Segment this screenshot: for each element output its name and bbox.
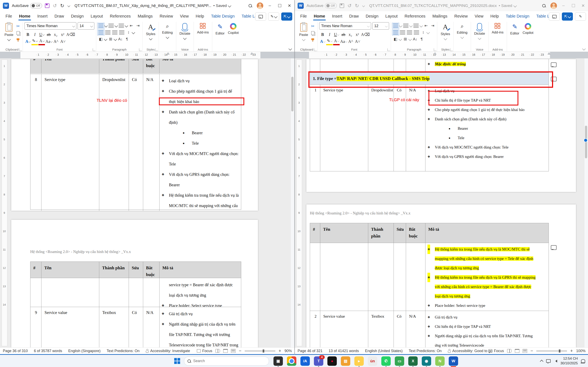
start-button[interactable]: [173, 357, 182, 366]
zoom-percent[interactable]: 90%: [285, 349, 292, 353]
format-painter-button[interactable]: [310, 37, 316, 43]
tab-home[interactable]: Home: [16, 11, 34, 21]
italic-button[interactable]: I: [326, 31, 333, 38]
table[interactable]: #TênThành phầnSửaBắt buộcMô tả 8 Service…: [30, 59, 241, 210]
font-color-button[interactable]: A: [38, 38, 45, 45]
coauthor-presence-indicator[interactable]: [584, 138, 588, 142]
increase-indent-button[interactable]: ⇥: [135, 23, 141, 28]
bullet-item[interactable]: ❖Với dịch vụ MOC/MTC người dùng chọn: Te…: [159, 149, 239, 169]
tray-chevron-icon[interactable]: [540, 360, 543, 363]
clear-formatting-button[interactable]: A⌫: [66, 31, 75, 38]
status-accessibility[interactable]: Accessibility: Good to go: [448, 349, 493, 353]
status-language[interactable]: English (United States): [365, 349, 403, 353]
status-predictions[interactable]: Text Predictions: On: [409, 349, 441, 353]
title-chevron-icon[interactable]: [228, 4, 231, 7]
cell-description[interactable]: ❖Hệ thống kiểm tra trong file nếu dịch v…: [425, 243, 549, 311]
font-size-select[interactable]: 12: [372, 22, 389, 30]
bullet-item[interactable]: ❖Giá trị dịch vụ: [425, 313, 537, 322]
align-left-button[interactable]: [98, 30, 104, 34]
editor-button[interactable]: ✎ Editor: [509, 22, 521, 36]
status-predictions[interactable]: Text Predictions: On: [107, 349, 139, 353]
taskbar-app-cast[interactable]: ▭: [395, 356, 404, 366]
search-input[interactable]: [193, 359, 251, 363]
zoom-percent[interactable]: 100%: [576, 349, 586, 353]
titlebar[interactable]: W AutoSave Off ↺ ↻ QT.VTT.CNTT.01_BM.07_…: [295, 0, 588, 11]
dialog-launcher-icon[interactable]: [139, 48, 142, 51]
strikethrough-button[interactable]: ab: [45, 31, 52, 38]
bullet-item[interactable]: ❖Người dùng nhập giá trị của dịch vụ trê…: [159, 319, 239, 347]
change-case-button[interactable]: Aa: [340, 38, 347, 45]
cell-number[interactable]: 2: [310, 311, 320, 347]
taskbar-app-notepad-plus[interactable]: N: [435, 356, 445, 366]
sub-bullet-item[interactable]: ▪Bearer: [159, 128, 239, 138]
strikethrough-button[interactable]: ab: [340, 31, 346, 38]
subscript-button[interactable]: x₂: [52, 31, 59, 38]
column-header[interactable]: Sửa: [394, 223, 406, 243]
vertical-ruler[interactable]: 1234567891011121314: [295, 58, 303, 347]
dialog-launcher-icon[interactable]: [434, 48, 436, 51]
line-spacing-button[interactable]: ↕: [126, 30, 131, 35]
cell-component[interactable]: Textbox: [99, 307, 129, 347]
close-button[interactable]: [285, 0, 294, 11]
grow-font-button[interactable]: A^: [347, 38, 354, 45]
taskbar-app-word[interactable]: W: [449, 356, 458, 366]
taskbar-app-book[interactable]: ▤: [341, 356, 350, 366]
status-words[interactable]: 13 of 41421 words: [329, 349, 359, 353]
tray-volume-icon[interactable]: [554, 360, 557, 363]
zoom-in-button[interactable]: +: [570, 348, 573, 354]
bullet-item[interactable]: ❖Giá trị dịch vụ: [159, 309, 239, 319]
cell-description[interactable]: service type = Bearer để xác định được l…: [159, 278, 241, 307]
cut-button[interactable]: ✂: [15, 24, 21, 29]
cell-editable[interactable]: Có: [394, 311, 406, 347]
align-center-button[interactable]: [400, 30, 405, 34]
column-header[interactable]: Tên: [320, 223, 368, 243]
copilot-button[interactable]: Copilot: [521, 22, 535, 36]
tab-layout[interactable]: Layout: [382, 11, 401, 21]
show-marks-button[interactable]: ¶: [419, 37, 424, 42]
dialog-launcher-icon[interactable]: [450, 48, 453, 51]
quick-access-chevron-icon[interactable]: [362, 4, 365, 7]
subscript-button[interactable]: x₂: [347, 31, 354, 38]
column-header[interactable]: Thành phần: [99, 59, 129, 74]
view-read-mode-button[interactable]: [216, 349, 220, 353]
zoom-slider[interactable]: [245, 351, 275, 351]
taskbar-app-teams[interactable]: T4: [314, 356, 323, 366]
bullet-item[interactable]: ❖Loại dịch vụ: [159, 76, 239, 86]
cell-number[interactable]: 1: [310, 85, 320, 171]
taskbar-app-whatsapp[interactable]: ✆: [381, 356, 391, 366]
font-name-select[interactable]: Times New Roman: [319, 22, 371, 30]
bold-button[interactable]: B: [25, 31, 31, 38]
indent-marker-icon[interactable]: [548, 52, 550, 54]
editor-button[interactable]: ✎ Editor: [214, 22, 226, 36]
bullet-item[interactable]: service type = Bearer để xác định được l…: [159, 280, 239, 300]
bullet-item[interactable]: ❖Với dịch vụ GPRS người dùng chọn: Beare…: [425, 152, 537, 161]
indent-marker-icon[interactable]: [251, 52, 253, 54]
cell-required[interactable]: N/A: [143, 307, 159, 347]
cell-editable[interactable]: Có: [129, 74, 143, 211]
dictate-button[interactable]: Dictate: [178, 22, 192, 40]
saved-status[interactable]: • Saved: [213, 3, 227, 8]
tab-design[interactable]: Design: [68, 11, 87, 21]
bullet-item[interactable]: ❖Danh sách chọn gồm (Danh sách này cố đị…: [425, 115, 537, 124]
cell-name[interactable]: Service type: [42, 74, 99, 211]
cell-name[interactable]: Service value: [42, 307, 99, 347]
dialog-launcher-icon[interactable]: [314, 48, 317, 51]
highlight-color-button[interactable]: ✎: [31, 38, 38, 45]
taskbar-app-excel[interactable]: X: [408, 356, 418, 366]
borders-button[interactable]: ⊞: [402, 37, 408, 42]
draw-inking-button[interactable]: ✎: [575, 12, 586, 21]
minimize-button[interactable]: [559, 0, 568, 11]
status-accessibility[interactable]: Accessibility: Investigate: [146, 349, 190, 353]
saved-status[interactable]: • Saved: [499, 3, 512, 8]
cell-number[interactable]: 8: [30, 74, 42, 211]
sub-bullet-item[interactable]: ▪Tele: [425, 133, 537, 142]
undo-button[interactable]: ↺: [53, 3, 57, 8]
status-words[interactable]: 6 of 35787 words: [34, 349, 62, 353]
comment-icon[interactable]: [551, 245, 557, 250]
clear-formatting-button[interactable]: A⌫: [361, 31, 370, 38]
cell-name[interactable]: Service value: [320, 311, 368, 347]
collapse-ribbon-button[interactable]: [582, 47, 586, 50]
cell-description[interactable]: ❖Giá trị dịch vụ❖Chi hiển thị ở file typ…: [425, 311, 549, 347]
tab-review[interactable]: Review: [156, 11, 176, 21]
user-avatar[interactable]: [550, 2, 557, 9]
